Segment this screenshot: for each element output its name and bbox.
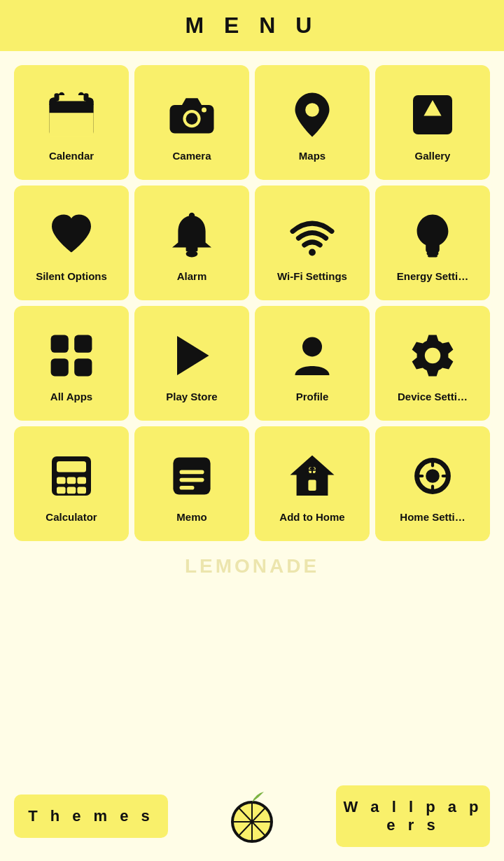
bulb-icon [405,207,461,263]
home-add-icon [284,448,340,504]
svg-point-31 [425,347,440,363]
add-to-home-label: Add to Home [279,511,344,523]
menu-title: M E N U [0,13,504,38]
wallpapers-button[interactable]: W a l l p a p e r s [336,785,490,847]
wifi-label: Wi-Fi Settings [277,270,347,282]
svg-rect-34 [57,477,66,484]
maps-icon [284,87,340,143]
gear-icon [405,328,461,384]
themes-button[interactable]: T h e m e s [14,794,168,838]
home-settings-label: Home Setti… [400,511,465,523]
watermark: LEMONADE [0,548,504,578]
grid-item-wifi[interactable]: Wi-Fi Settings [255,186,370,300]
grid-item-device-settings[interactable]: Device Setti… [375,306,490,421]
svg-rect-58 [442,474,451,477]
svg-rect-26 [74,335,92,352]
grid-item-camera[interactable]: Camera [134,65,249,180]
gallery-icon [405,87,461,143]
svg-rect-7 [84,93,89,101]
svg-rect-45 [308,479,316,490]
svg-rect-33 [57,461,86,472]
grid-item-add-to-home[interactable]: Add to Home [255,426,370,541]
grid-item-calculator[interactable]: Calculator [14,426,129,541]
profile-icon [284,328,340,384]
svg-rect-5 [57,95,85,99]
grid-item-home-settings[interactable]: Home Setti… [375,426,490,541]
svg-point-13 [202,107,206,112]
svg-rect-24 [428,255,438,258]
svg-rect-6 [55,93,59,101]
alarm-label: Alarm [177,270,207,282]
svg-rect-39 [77,486,86,493]
calendar-label: Calendar [49,150,94,162]
svg-rect-43 [180,486,195,490]
svg-marker-29 [177,336,209,375]
camera-label: Camera [172,150,211,162]
svg-rect-27 [51,358,69,376]
header: M E N U [0,0,504,51]
svg-point-54 [426,469,440,483]
svg-rect-9 [50,104,94,113]
grid-item-memo[interactable]: Memo [134,426,249,541]
grid-item-alarm[interactable]: Alarm [134,186,249,300]
footer: T h e m e s W a l l p a p e r s [0,771,504,861]
svg-point-12 [186,113,198,125]
svg-rect-57 [415,474,424,477]
grid-item-energy[interactable]: Energy Setti… [375,186,490,300]
grid-item-all-apps[interactable]: All Apps [14,306,129,421]
svg-rect-42 [180,477,204,482]
home-gear-icon [405,448,461,504]
svg-point-21 [189,212,195,218]
all-apps-label: All Apps [50,391,92,402]
play-icon [164,328,220,384]
svg-point-30 [302,337,322,356]
svg-rect-55 [431,458,434,467]
svg-rect-41 [180,470,204,474]
heart-icon [43,207,99,263]
all-apps-icon [43,328,99,384]
play-store-label: Play Store [166,391,217,402]
svg-rect-23 [427,251,439,255]
grid-item-silent-options[interactable]: Silent Options [14,186,129,300]
memo-label: Memo [176,511,206,523]
grid-item-profile[interactable]: Profile [255,306,370,421]
wifi-icon [284,207,340,263]
svg-rect-38 [67,486,76,493]
alarm-icon [164,207,220,263]
silent-options-label: Silent Options [36,270,107,282]
grid-item-gallery[interactable]: Gallery [375,65,490,180]
camera-icon [164,87,220,143]
svg-point-22 [309,248,316,255]
svg-rect-25 [51,335,69,352]
svg-point-14 [305,103,319,117]
app-grid: Calendar Camera Maps [0,51,504,548]
calendar-icon [43,87,99,143]
profile-label: Profile [296,391,329,402]
grid-item-play-store[interactable]: Play Store [134,306,249,421]
maps-label: Maps [299,150,326,162]
grid-item-calendar[interactable]: Calendar [14,65,129,180]
svg-rect-36 [77,477,86,484]
calculator-icon [43,448,99,504]
svg-rect-56 [431,484,434,493]
svg-point-20 [186,250,198,257]
energy-label: Energy Setti… [397,270,469,282]
memo-icon [164,448,220,504]
device-settings-label: Device Setti… [398,391,468,402]
calculator-label: Calculator [46,511,97,523]
svg-rect-37 [57,486,66,493]
svg-rect-52 [312,466,314,471]
lemon-logo [224,788,280,844]
gallery-label: Gallery [415,150,451,162]
svg-rect-35 [67,477,76,484]
grid-item-maps[interactable]: Maps [255,65,370,180]
svg-rect-28 [74,358,92,376]
